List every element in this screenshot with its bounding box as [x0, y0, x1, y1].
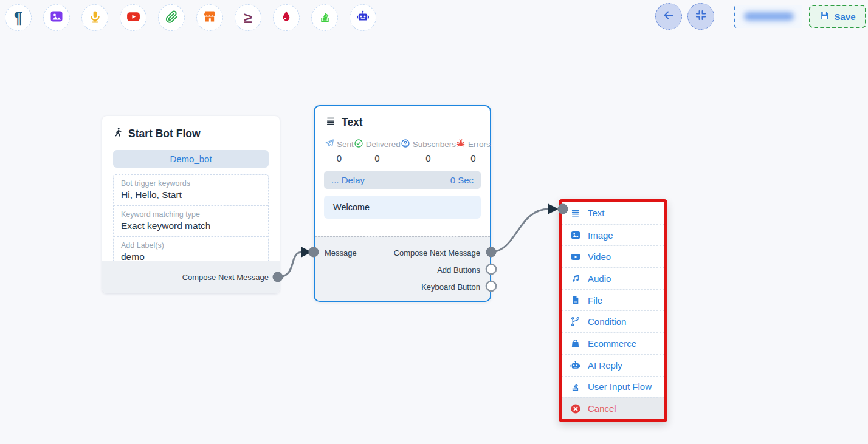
stat-delivered: Delivered 0 — [354, 138, 401, 163]
subscriber-icon — [401, 138, 410, 150]
palette-condition-button[interactable]: ≥ — [235, 4, 261, 31]
text-node-stats: Sent 0 Delivered 0 Subscribers — [325, 138, 480, 163]
stat-value: 0 — [470, 153, 475, 163]
condition-icon — [570, 316, 581, 327]
start-output-handle[interactable] — [273, 272, 283, 282]
back-button[interactable] — [655, 3, 682, 30]
delay-label: ... Delay — [331, 175, 365, 185]
palette-video-button[interactable] — [120, 4, 146, 31]
palette-file-button[interactable] — [158, 4, 185, 31]
fit-view-button[interactable] — [687, 3, 714, 30]
stat-label: Subscribers — [413, 140, 456, 149]
video-icon — [570, 251, 581, 262]
menu-item-label: Image — [588, 230, 613, 241]
robot-icon — [356, 9, 370, 26]
palette-image-button[interactable] — [43, 4, 70, 31]
field-label: Add Label(s) — [121, 241, 261, 250]
redacted-button[interactable] — [734, 5, 802, 28]
save-button[interactable]: Save — [809, 5, 866, 28]
message-input-handle[interactable] — [309, 247, 319, 258]
field-label: Bot trigger keywords — [121, 179, 261, 188]
image-icon — [570, 230, 581, 241]
start-bot-flow-node[interactable]: Start Bot Flow Demo_bot Bot trigger keyw… — [102, 116, 280, 293]
menu-item-label: Ecommerce — [588, 338, 636, 349]
menu-item-label: Condition — [588, 316, 626, 327]
compose-next-message-handle[interactable] — [486, 247, 497, 258]
palette-audio-button[interactable] — [81, 4, 108, 31]
stat-subscribers: Subscribers 0 — [401, 138, 456, 163]
bot-name-button[interactable]: Demo_bot — [113, 150, 269, 168]
stat-label: Sent — [337, 140, 354, 149]
menu-item-label: User Input Flow — [588, 381, 652, 392]
field-value: Exact keyword match — [121, 220, 261, 231]
output-keyboard-button: Keyboard Button — [394, 278, 480, 295]
field-keyword-matching-type[interactable]: Keyword matching type Exact keyword matc… — [114, 205, 268, 236]
start-node-title: Start Bot Flow — [128, 128, 201, 140]
menu-item-audio[interactable]: Audio — [562, 267, 664, 289]
user-input-flow-icon — [570, 381, 581, 392]
connector-arrowhead-icon — [548, 204, 559, 214]
redacted-text — [744, 12, 794, 21]
menu-item-ecommerce[interactable]: Ecommerce — [562, 332, 664, 354]
output-add-buttons: Add Buttons — [394, 261, 480, 278]
keyboard-button-handle[interactable] — [486, 281, 496, 291]
image-icon — [49, 9, 64, 26]
field-label: Keyword matching type — [121, 210, 261, 219]
stat-sent: Sent 0 — [325, 138, 354, 163]
bug-icon — [456, 138, 466, 150]
compress-icon — [695, 9, 707, 24]
flow-builder-canvas[interactable]: ¶ ≥ — [0, 0, 868, 444]
connector-line — [491, 209, 549, 252]
menu-item-label: Audio — [588, 273, 611, 284]
send-icon — [325, 138, 334, 150]
output-compose-next-message: Compose Next Message — [394, 244, 480, 261]
greater-equal-icon: ≥ — [244, 10, 252, 26]
palette-ecommerce-button[interactable] — [196, 4, 223, 31]
align-justify-icon — [325, 116, 336, 129]
menu-item-text[interactable]: Text — [562, 202, 664, 224]
back-arrow-icon — [662, 9, 675, 24]
delay-setting-row[interactable]: ... Delay 0 Sec — [324, 171, 481, 189]
message-input-label: Message — [325, 244, 357, 261]
paragraph-icon: ¶ — [14, 10, 22, 26]
menu-item-condition[interactable]: Condition — [562, 310, 664, 332]
menu-item-user-input-flow[interactable]: User Input Flow — [562, 376, 664, 398]
menu-item-image[interactable]: Image — [562, 224, 664, 246]
next-message-type-menu: Text Image Video Audio File — [559, 199, 667, 422]
stat-label: Errors — [468, 140, 491, 149]
message-text-box[interactable]: Welcome — [324, 196, 481, 219]
connector-line — [278, 252, 302, 277]
palette-text-button[interactable]: ¶ — [5, 4, 32, 31]
start-node-header: Start Bot Flow — [102, 116, 280, 141]
check-circle-icon — [354, 138, 363, 150]
text-icon — [570, 208, 581, 217]
stat-label: Delivered — [366, 140, 401, 149]
ai-reply-icon — [570, 360, 581, 371]
menu-item-label: Text — [588, 208, 605, 218]
menu-item-label: AI Reply — [588, 360, 622, 371]
palette-ai-reply-button[interactable] — [350, 4, 376, 31]
menu-item-file[interactable]: File — [562, 289, 664, 311]
field-bot-trigger-keywords[interactable]: Bot trigger keywords Hi, Hello, Start — [114, 175, 268, 205]
user-input-flow-icon — [318, 10, 332, 26]
start-node-settings: Bot trigger keywords Hi, Hello, Start Ke… — [113, 174, 269, 268]
audio-icon — [570, 273, 581, 284]
text-message-node[interactable]: Text Sent 0 Delivered 0 — [314, 105, 491, 302]
microphone-icon — [88, 10, 102, 26]
stat-value: 0 — [374, 153, 379, 163]
palette-drip-button[interactable] — [273, 4, 300, 31]
file-icon — [570, 295, 581, 306]
save-label: Save — [834, 12, 855, 22]
menu-item-video[interactable]: Video — [562, 245, 664, 267]
youtube-icon — [126, 9, 141, 27]
save-icon — [819, 10, 830, 22]
menu-anchor-handle[interactable] — [558, 204, 568, 214]
stat-value: 0 — [425, 153, 430, 163]
add-buttons-handle[interactable] — [486, 264, 496, 274]
walking-person-icon — [113, 126, 123, 141]
cancel-icon — [570, 403, 581, 414]
palette-user-input-button[interactable] — [311, 4, 338, 31]
menu-item-cancel[interactable]: Cancel — [562, 397, 664, 419]
delay-value: 0 Sec — [450, 175, 474, 185]
menu-item-ai-reply[interactable]: AI Reply — [562, 354, 664, 376]
